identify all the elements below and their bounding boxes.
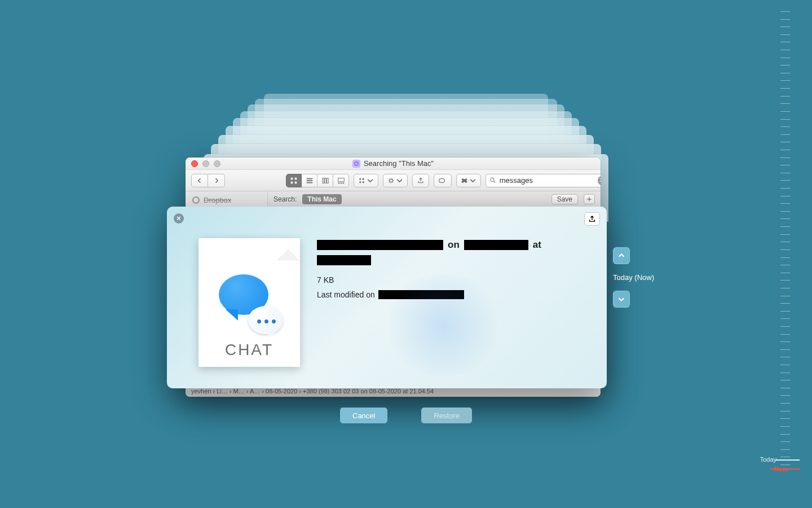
view-mode-switch[interactable] (286, 174, 349, 187)
timeline-ruler[interactable] (780, 11, 790, 465)
gallery-view-button[interactable] (333, 174, 349, 187)
svg-rect-11 (342, 182, 344, 183)
quicklook-share-button[interactable] (584, 212, 600, 226)
svg-rect-9 (338, 182, 339, 183)
window-title-text: Searching "This Mac" (364, 159, 434, 168)
search-field[interactable]: ✕ (486, 174, 601, 187)
svg-rect-3 (291, 181, 293, 183)
timeline-nav: Today (Now) (613, 247, 654, 308)
restore-button[interactable]: Restore (421, 408, 472, 423)
svg-rect-13 (359, 181, 361, 183)
back-button[interactable] (191, 174, 208, 187)
svg-rect-5 (322, 178, 324, 183)
action-buttons: Cancel Restore (340, 408, 472, 423)
file-modified: Last modified on (317, 290, 599, 299)
file-thumbnail: CHAT (198, 238, 300, 367)
svg-rect-8 (338, 178, 344, 181)
cancel-button[interactable]: Cancel (340, 408, 387, 423)
save-search-button[interactable]: Save (551, 194, 578, 204)
redacted-text (317, 240, 443, 250)
svg-point-16 (390, 179, 393, 182)
zoom-window-button[interactable] (214, 160, 220, 167)
path-bar-text: yevhen › Li… › M… › A… › 08-05-2020 › +3… (191, 388, 434, 395)
close-window-button[interactable] (191, 160, 198, 167)
share-button[interactable] (412, 174, 429, 187)
clear-search-button[interactable]: ✕ (598, 176, 601, 185)
svg-rect-15 (363, 181, 364, 183)
forward-button[interactable] (208, 174, 225, 187)
file-type-label: CHAT (225, 341, 273, 359)
timeline-today-marker (776, 459, 800, 461)
action-menu-button[interactable] (383, 174, 408, 187)
svg-rect-12 (359, 178, 361, 179)
column-view-button[interactable] (317, 174, 333, 187)
svg-rect-14 (363, 178, 364, 179)
svg-point-18 (490, 178, 494, 182)
svg-rect-2 (295, 177, 297, 179)
timeline-previous-button[interactable] (613, 247, 630, 264)
sidebar-item-dropbox[interactable]: Dropbox (186, 195, 267, 205)
window-controls (186, 160, 220, 167)
search-scope-this-mac[interactable]: This Mac (302, 194, 341, 204)
dropbox-menu-button[interactable] (456, 174, 481, 187)
svg-rect-4 (295, 181, 297, 183)
finder-titlebar: Searching "This Mac" (186, 157, 601, 170)
add-search-criteria-button[interactable]: ＋ (584, 194, 595, 204)
svg-rect-17 (439, 178, 445, 182)
file-size: 7 KB (317, 275, 599, 284)
minimize-window-button[interactable] (202, 160, 209, 167)
search-icon (489, 177, 496, 184)
redacted-text (317, 255, 371, 265)
dropbox-icon (192, 196, 200, 204)
icon-view-button[interactable] (286, 174, 302, 187)
history-nav (191, 174, 225, 187)
tags-button[interactable] (434, 174, 452, 187)
search-badge-icon (352, 160, 360, 168)
search-scope-label: Search: (273, 195, 297, 203)
list-view-button[interactable] (302, 174, 317, 187)
window-title: Searching "This Mac" (352, 159, 434, 168)
timeline-now-marker (770, 468, 800, 470)
finder-toolbar: ✕ (186, 170, 601, 191)
svg-rect-7 (326, 178, 328, 183)
svg-point-0 (355, 161, 358, 165)
redacted-text (378, 290, 464, 299)
svg-rect-1 (291, 177, 293, 179)
timeline-current-label: Today (Now) (613, 271, 654, 284)
quicklook-panel: ✕ CHAT on at 7 KB Last modified on (167, 207, 607, 388)
chat-file-icon (215, 274, 283, 336)
quicklook-info: on at 7 KB Last modified on (317, 214, 599, 380)
search-scope-bar: Search: This Mac Save ＋ (268, 191, 601, 207)
file-title: on at (317, 239, 599, 265)
svg-rect-6 (324, 178, 326, 183)
svg-rect-10 (340, 182, 342, 183)
search-input[interactable] (500, 176, 594, 185)
timeline-today-label: Today (760, 456, 776, 463)
redacted-text (464, 240, 528, 250)
group-by-button[interactable] (354, 174, 378, 187)
quicklook-close-button[interactable]: ✕ (174, 213, 184, 224)
timeline-next-button[interactable] (613, 291, 630, 308)
